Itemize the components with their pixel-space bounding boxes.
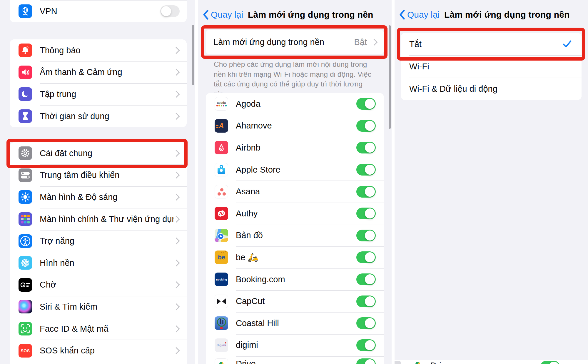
app-row-ahamove[interactable]: A Ahamove xyxy=(206,115,384,137)
settings-item-label: VPN xyxy=(40,6,160,16)
chevron-right-icon xyxy=(173,259,180,266)
option-row-wifi-cellular[interactable]: Wi-Fi & Dữ liệu di động xyxy=(401,78,582,100)
app-row-coastal-hill[interactable]: Coastal Hill xyxy=(206,312,384,334)
app-toggle[interactable] xyxy=(356,295,376,307)
be-icon-text: be xyxy=(218,254,225,261)
back-button[interactable]: Quay lại xyxy=(407,10,440,20)
vpn-toggle[interactable] xyxy=(160,5,180,17)
scrollbar[interactable] xyxy=(192,25,194,85)
app-toggle[interactable] xyxy=(540,361,560,364)
app-toggle[interactable] xyxy=(356,208,376,219)
ahamove-icon-text: A xyxy=(219,122,224,130)
chevron-right-icon xyxy=(173,91,180,98)
scrollbar[interactable] xyxy=(389,25,391,129)
app-toggle[interactable] xyxy=(356,273,376,285)
settings-item-notifications[interactable]: Thông báo xyxy=(10,39,187,61)
back-chevron-icon[interactable] xyxy=(399,10,405,20)
coastal-hill-app-icon xyxy=(215,316,228,330)
app-row-airbnb[interactable]: Airbnb xyxy=(206,137,384,159)
settings-item-label: Trung tâm điều khiển xyxy=(40,170,174,180)
drive-app-icon xyxy=(215,358,228,364)
option-label: Wi-Fi & Dữ liệu di động xyxy=(409,84,572,94)
option-label: Tắt xyxy=(409,39,563,49)
app-row-asana[interactable]: Asana xyxy=(206,181,384,203)
app-name: Coastal Hill xyxy=(236,318,356,328)
notifications-icon xyxy=(19,44,32,57)
settings-item-general[interactable]: Cài đặt chung xyxy=(10,142,187,164)
settings-item-control-center[interactable]: Trung tâm điều khiển xyxy=(10,164,187,186)
app-row-booking[interactable]: Booking Booking.com xyxy=(206,268,384,290)
settings-item-faceid[interactable]: Face ID & Mật mã xyxy=(10,318,187,340)
settings-item-partial xyxy=(10,362,187,364)
settings-item-standby[interactable]: Chờ xyxy=(10,274,187,296)
settings-item-emergency-sos[interactable]: SOS SOS khẩn cấp xyxy=(10,340,187,362)
app-toggle[interactable] xyxy=(356,120,376,132)
asana-app-icon xyxy=(215,185,228,198)
app-toggle[interactable] xyxy=(356,251,376,263)
app-row-maps[interactable]: Bản đồ xyxy=(206,225,384,247)
app-row-apple-store[interactable]: Apple Store xyxy=(206,159,384,181)
settings-item-focus[interactable]: Tập trung xyxy=(10,83,187,105)
settings-item-label: Màn hình chính & Thư viện ứng dụng xyxy=(40,214,174,224)
apple-store-app-icon xyxy=(215,163,228,176)
chevron-right-icon xyxy=(173,325,180,332)
drive-app-icon xyxy=(413,361,422,364)
partial-gray-block xyxy=(395,361,401,364)
capcut-app-icon xyxy=(215,295,228,308)
accessibility-icon xyxy=(19,234,32,248)
chevron-right-icon xyxy=(173,347,180,354)
app-row-authy[interactable]: Authy xyxy=(206,203,384,225)
agoda-app-icon: agoda xyxy=(215,97,228,111)
app-toggle[interactable] xyxy=(356,142,376,153)
settings-item-label: Thời gian sử dụng xyxy=(40,111,174,121)
app-row-capcut[interactable]: CapCut xyxy=(206,290,384,312)
siri-icon xyxy=(19,300,32,313)
app-row-digimi[interactable]: digimi digimi xyxy=(206,334,384,356)
app-toggle[interactable] xyxy=(356,339,376,351)
setting-row-value: Bật xyxy=(354,37,367,47)
background-refresh-setting-row[interactable]: Làm mới ứng dụng trong nền Bật xyxy=(206,30,384,54)
app-name: Apple Store xyxy=(236,165,356,175)
app-name: Ahamove xyxy=(236,121,356,131)
app-name: Asana xyxy=(236,187,356,196)
checkmark-icon xyxy=(563,40,572,48)
vpn-icon xyxy=(19,4,32,18)
settings-item-display[interactable]: Màn hình & Độ sáng xyxy=(10,186,187,208)
gear-icon xyxy=(19,146,32,160)
sos-icon: SOS xyxy=(19,344,32,358)
app-name: Drive xyxy=(430,361,450,364)
nav-bar: Quay lại Làm mới ứng dụng trong nền xyxy=(198,6,392,23)
settings-item-screen-time[interactable]: Thời gian sử dụng xyxy=(10,105,187,127)
app-toggle[interactable] xyxy=(356,230,376,241)
app-toggle[interactable] xyxy=(356,164,376,176)
settings-item-accessibility[interactable]: Trợ năng xyxy=(10,230,187,252)
settings-item-siri[interactable]: Siri & Tìm kiếm xyxy=(10,296,187,318)
partial-next-screenshot-strip: Drive xyxy=(395,360,588,364)
ahamove-app-icon: A xyxy=(215,119,228,133)
app-toggle[interactable] xyxy=(356,98,376,110)
booking-app-icon: Booking xyxy=(215,273,228,286)
app-row-drive-partial[interactable]: Drive xyxy=(206,356,384,364)
chevron-right-icon xyxy=(173,150,180,157)
app-toggle[interactable] xyxy=(356,358,376,364)
app-row-be[interactable]: be be 🛵 xyxy=(206,246,384,268)
chevron-right-icon xyxy=(173,238,180,245)
option-row-off[interactable]: Tắt xyxy=(401,33,582,55)
settings-item-vpn[interactable]: VPN xyxy=(10,0,187,22)
settings-item-home-screen[interactable]: Màn hình chính & Thư viện ứng dụng xyxy=(10,208,187,230)
option-row-wifi[interactable]: Wi-Fi xyxy=(401,55,582,78)
app-toggle[interactable] xyxy=(356,186,376,198)
chevron-right-icon xyxy=(370,39,377,46)
app-toggle[interactable] xyxy=(356,317,376,329)
back-chevron-icon[interactable] xyxy=(203,10,209,20)
settings-item-label: Hình nền xyxy=(40,258,174,268)
chevron-right-icon xyxy=(173,47,180,54)
back-button[interactable]: Quay lại xyxy=(211,10,243,20)
settings-item-wallpaper[interactable]: Hình nền xyxy=(10,252,187,274)
settings-item-label: Siri & Tìm kiếm xyxy=(40,302,174,312)
app-row-agoda[interactable]: agoda Agoda xyxy=(206,93,384,115)
background-refresh-panel: Quay lại Làm mới ứng dụng trong nền Làm … xyxy=(198,0,392,364)
app-name: digimi xyxy=(236,340,356,350)
apple-maps-app-icon xyxy=(215,229,228,242)
settings-item-sounds[interactable]: Âm thanh & Cảm ứng xyxy=(10,61,187,84)
